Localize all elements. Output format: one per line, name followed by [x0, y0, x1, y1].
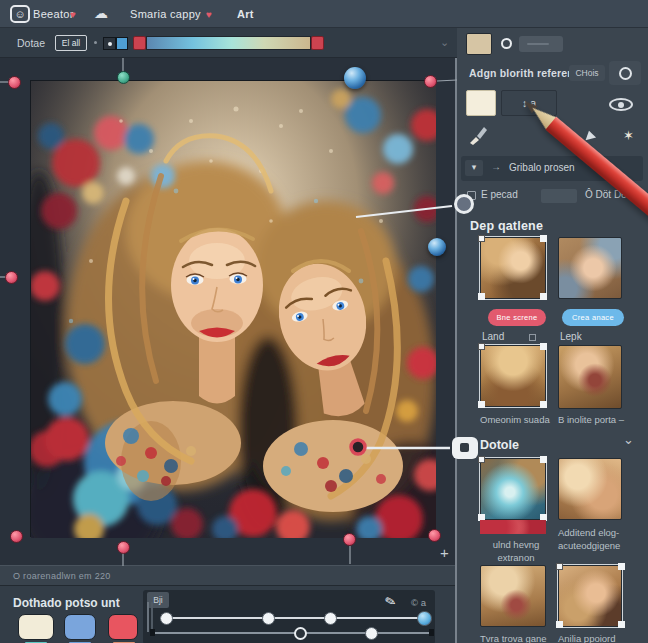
- thumbnail-variant-3[interactable]: [480, 345, 546, 407]
- top-menu-bar: ☺ Beeator ♥ ☁ Smaria cappy ♥ Art: [0, 0, 648, 28]
- slider-knob[interactable]: [365, 627, 378, 640]
- action-right-label[interactable]: Ô Döt Del: [585, 189, 629, 200]
- cursor-icon[interactable]: [586, 131, 598, 143]
- app-logo-icon[interactable]: ☺: [10, 5, 30, 23]
- selection-handle-bottom-left[interactable]: [10, 530, 23, 543]
- section-toggle-bar[interactable]: ▾ → Gribalo prosen: [461, 156, 643, 181]
- heart-icon: ♥: [70, 9, 76, 20]
- slider-end-nub: [150, 629, 155, 636]
- selection-handle-bottom-right[interactable]: [428, 529, 441, 542]
- red-pill-button[interactable]: Bne screne: [488, 309, 546, 326]
- gradient-stop-right[interactable]: [311, 36, 324, 50]
- square-mark-icon: [529, 334, 536, 341]
- eye-icon[interactable]: [609, 98, 633, 111]
- slider-track-1[interactable]: [160, 617, 430, 619]
- thumbnail-caption: Tvra trova gane: [480, 632, 556, 643]
- color-swatch-cream[interactable]: [466, 90, 496, 116]
- document-title: Smaria cappy: [130, 8, 201, 20]
- selection-handle-top-center[interactable]: [117, 71, 130, 84]
- ring-icon[interactable]: [501, 38, 512, 49]
- slider-knob-blue[interactable]: [417, 611, 432, 626]
- circle-option-button[interactable]: [609, 61, 641, 85]
- thumbnail-variant-7[interactable]: [480, 565, 546, 627]
- callout-anchor-button[interactable]: [454, 194, 474, 214]
- cloud-icon: ☁: [94, 5, 108, 21]
- menu-item-art[interactable]: Art: [237, 8, 254, 20]
- slider-knob[interactable]: [262, 612, 275, 625]
- group1-title: Dep qatlene: [470, 219, 543, 233]
- blue-sphere-decoration: [428, 238, 446, 256]
- blue-pill-button[interactable]: Crea anace: [562, 309, 624, 326]
- group2-title: Dotole: [480, 438, 519, 452]
- thumbnail-variant-5[interactable]: [480, 458, 546, 520]
- reference-swatch[interactable]: [466, 33, 492, 55]
- section-toggle-label: Gribalo prosen: [509, 162, 575, 173]
- panel-top-button[interactable]: [519, 36, 563, 52]
- arrow-right-icon: →: [491, 161, 501, 172]
- options-toolbar: Dotae El all ⌄: [0, 28, 457, 58]
- color-chip-cream[interactable]: [18, 614, 54, 640]
- app-window: ☺ Beeator ♥ ☁ Smaria cappy ♥ Art Dotae E…: [0, 0, 648, 643]
- thumbnail-label: Lepk: [560, 331, 582, 342]
- slider-knob[interactable]: [160, 612, 173, 625]
- thumbnail-caption: Omeonim suada: [480, 413, 554, 426]
- value-stepper[interactable]: ↕ a: [501, 90, 557, 116]
- caret-down-icon[interactable]: ▾: [465, 160, 483, 176]
- selection-handle-top-right[interactable]: [424, 75, 437, 88]
- pattern-swatch[interactable]: [103, 37, 116, 50]
- artwork-image[interactable]: [30, 80, 435, 537]
- slider-grip: [151, 602, 153, 632]
- panel-divider[interactable]: [455, 58, 457, 643]
- slider-grip[interactable]: [147, 602, 149, 632]
- chois-button[interactable]: CHois: [569, 65, 605, 81]
- chevron-down-icon[interactable]: ⌄: [623, 432, 634, 447]
- thumbnail-caption: B inolite porta –: [558, 413, 628, 426]
- thumbnail-caption: ulnd hevng extranon: [480, 538, 552, 564]
- app-name: Beeator: [33, 8, 74, 20]
- gradient-bar[interactable]: [146, 36, 311, 50]
- selection-handle-bottom-center-2[interactable]: [343, 533, 356, 546]
- slider-track-2[interactable]: [153, 632, 433, 634]
- thumbnail-variant-8[interactable]: [558, 565, 622, 627]
- slider-knob-hollow[interactable]: [294, 627, 307, 640]
- bottom-toolbar-title: Dothado potso unt: [13, 596, 120, 610]
- thumbnail-caption: Additend elog- acuteodgigene: [558, 526, 626, 552]
- add-icon[interactable]: +: [440, 544, 449, 561]
- status-bar: O roarenadlwn em 220: [0, 565, 457, 585]
- color-chip-red[interactable]: [108, 614, 138, 640]
- selection-handle-bottom-center-1[interactable]: [117, 541, 130, 554]
- disabled-button: [541, 189, 577, 203]
- brush-icon[interactable]: [467, 124, 489, 146]
- thumbnail-caption: Anilia ppoiord: [558, 632, 634, 643]
- thumbnail-label: Land: [482, 331, 504, 342]
- thumbnail-variant-1[interactable]: [480, 237, 546, 299]
- star-icon[interactable]: ✶: [623, 128, 634, 143]
- gradient-stop-left[interactable]: [133, 36, 146, 50]
- separator-dot: [94, 41, 97, 44]
- status-text: O roarenadlwn em 220: [13, 571, 111, 581]
- bottom-toolbar: Dothado potso unt Bji ✎ © a: [0, 585, 457, 643]
- blue-sphere-decoration: [344, 67, 366, 89]
- thumbnail-variant-6[interactable]: [558, 458, 622, 520]
- slider-knob[interactable]: [324, 612, 337, 625]
- chevron-down-icon[interactable]: ⌄: [440, 36, 449, 49]
- thumbnail-variant-2[interactable]: [558, 237, 622, 299]
- meta-buttons[interactable]: © a: [411, 597, 426, 608]
- slider-end-nub: [429, 629, 434, 636]
- tool-label: Dotae: [17, 37, 45, 49]
- thumbnail-variant-4[interactable]: [558, 345, 622, 409]
- selection-handle-left[interactable]: [5, 271, 18, 284]
- heart-icon: ♥: [206, 9, 212, 20]
- callout-target-button[interactable]: [452, 437, 478, 459]
- action-left-label[interactable]: E pecad: [481, 189, 518, 200]
- tool-value-box[interactable]: El all: [55, 35, 87, 51]
- thumbnail-variant-5-band[interactable]: [480, 520, 546, 534]
- right-panel: Adgn blorith reference CHois ↕ a ✶ ▾ → G…: [457, 28, 648, 643]
- selection-handle-top-left[interactable]: [8, 76, 21, 89]
- color-swatch-blue[interactable]: [116, 37, 128, 50]
- color-chip-blue[interactable]: [64, 614, 96, 640]
